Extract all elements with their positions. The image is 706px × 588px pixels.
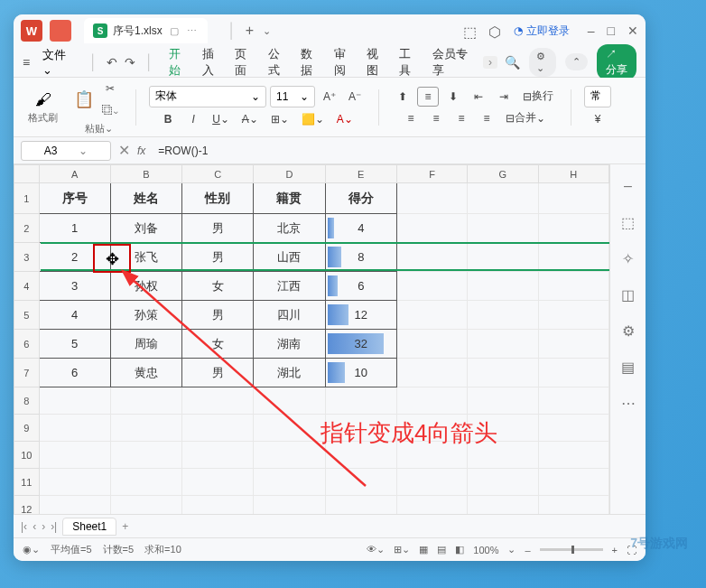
strike-button[interactable]: A⌄ [237,109,263,129]
format-painter-icon[interactable]: 🖌 [35,90,51,109]
cell-B2[interactable]: 刘备 [110,214,181,243]
cell-G1[interactable] [468,183,538,214]
settings-icon[interactable]: ✧ [619,249,637,267]
sheet-tab[interactable]: Sheet1 [62,518,116,536]
cell-G11[interactable] [468,469,538,496]
cell-F2[interactable] [396,214,467,243]
cube-icon[interactable]: ⬡ [488,23,503,38]
col-header-F[interactable]: F [396,165,467,183]
name-box[interactable]: A3 ⌄ [21,141,111,161]
minus-icon[interactable]: – [619,177,637,195]
increase-font-icon[interactable]: A⁺ [319,87,340,107]
login-button[interactable]: ◔ 立即登录 [514,23,569,39]
view-break-icon[interactable]: ◧ [455,544,464,555]
col-header-G[interactable]: G [468,165,538,183]
font-name-select[interactable]: 宋体⌄ [149,86,266,107]
menu-toggle-icon[interactable]: ≡ [23,55,30,70]
row-header-8[interactable]: 8 [14,387,40,415]
currency-icon[interactable]: ¥ [587,109,608,129]
cell-C2[interactable]: 男 [182,214,254,243]
new-tab-button[interactable]: + [246,23,254,39]
cell-H12[interactable] [538,496,608,515]
cancel-formula-icon[interactable]: ✕ [118,142,130,159]
redo-icon[interactable]: ↷ [125,55,135,70]
align-left-icon[interactable]: ≡ [400,108,422,128]
tab-page[interactable]: 页面 [228,44,259,80]
row-header-5[interactable]: 5 [14,301,40,330]
align-bottom-icon[interactable]: ⬇ [442,87,464,107]
tab-formula[interactable]: 公式 [262,44,293,80]
sync-icon[interactable]: ⬚ [463,23,478,38]
cell-A12[interactable] [39,496,110,515]
cell-G2[interactable] [468,214,538,243]
col-header-D[interactable]: D [254,165,325,183]
document-tab[interactable]: S 序号1.xlsx ▢ ⋯ [84,18,208,43]
col-header-B[interactable]: B [110,165,181,183]
font-size-select[interactable]: 11⌄ [270,86,315,107]
cell-E2[interactable]: 4 [325,214,396,243]
number-format-select[interactable]: 常 [584,86,611,107]
cut-icon[interactable]: ✂ [98,79,123,98]
cell-H11[interactable] [538,469,608,496]
select-all-corner[interactable] [14,165,40,183]
copy-icon[interactable]: ⿻⌄ [98,100,123,120]
col-header-A[interactable]: A [39,165,110,183]
align-right-icon[interactable]: ≡ [451,108,472,128]
cell-G5[interactable] [468,301,538,330]
zoom-in-button[interactable]: + [612,545,618,555]
cell-G7[interactable] [468,359,538,387]
cell-G12[interactable] [468,496,538,515]
zoom-value[interactable]: 100% [473,545,498,555]
align-middle-icon[interactable]: ≡ [417,87,439,107]
cell-H5[interactable] [538,301,608,330]
fill-color-button[interactable]: 🟨⌄ [297,109,329,129]
cell-H6[interactable] [538,330,608,359]
formula-input[interactable]: =ROW()-1 [153,145,638,157]
select-icon[interactable]: ⬚ [619,213,637,231]
grid-icon[interactable]: ⊞⌄ [394,544,410,555]
cell-A1[interactable]: 序号 [39,183,110,214]
view-normal-icon[interactable]: ▦ [419,544,428,555]
tabs-overflow-icon[interactable]: › [483,56,497,69]
cell-F1[interactable] [396,183,467,214]
row-header-7[interactable]: 7 [14,359,40,387]
cell-E1[interactable]: 得分 [325,183,396,214]
cell-G6[interactable] [468,330,538,359]
minimize-button[interactable]: – [588,23,595,38]
adjust-icon[interactable]: ⚙ [619,322,637,340]
row-header-11[interactable]: 11 [14,469,40,496]
italic-button[interactable]: I [182,109,204,129]
record-icon[interactable]: ◉⌄ [23,544,40,555]
cell-H9[interactable] [538,415,608,442]
indent-left-icon[interactable]: ⇤ [468,87,489,107]
cell-A5[interactable]: 4 [39,301,110,330]
cell-H7[interactable] [538,359,608,387]
sheet-nav-last-icon[interactable]: ›| [51,520,57,533]
cell-A9[interactable] [39,415,110,442]
close-button[interactable]: ✕ [627,23,638,38]
bold-button[interactable]: B [157,109,179,129]
tab-member[interactable]: 会员专享 [426,44,476,80]
cell-D1[interactable]: 籍贯 [254,183,325,214]
cell-A3[interactable]: 2 [39,243,110,272]
cell-G8[interactable] [468,387,538,415]
cell-A2[interactable]: 1 [39,214,110,243]
cell-A8[interactable] [39,387,110,415]
cell-H8[interactable] [538,387,608,415]
decrease-font-icon[interactable]: A⁻ [344,87,366,107]
cell-A11[interactable] [39,469,110,496]
row-header-9[interactable]: 9 [14,415,40,442]
cell-H4[interactable] [538,272,608,301]
wrap-button[interactable]: ⊟换行 [518,87,558,107]
search-icon[interactable]: 🔍 [505,55,520,70]
layers-icon[interactable]: ◫ [619,285,637,303]
row-header-6[interactable]: 6 [14,330,40,359]
view-page-icon[interactable]: ▤ [437,544,446,555]
sheet-nav-prev-icon[interactable]: ‹ [33,520,36,533]
more-icon[interactable]: ⋯ [619,394,637,412]
row-header-3[interactable]: 3 [14,243,40,272]
eye-icon[interactable]: 👁⌄ [367,544,385,555]
row-header-2[interactable]: 2 [14,214,40,243]
collapse-pill[interactable]: ⌃ [565,53,588,70]
cell-H2[interactable] [538,214,608,243]
